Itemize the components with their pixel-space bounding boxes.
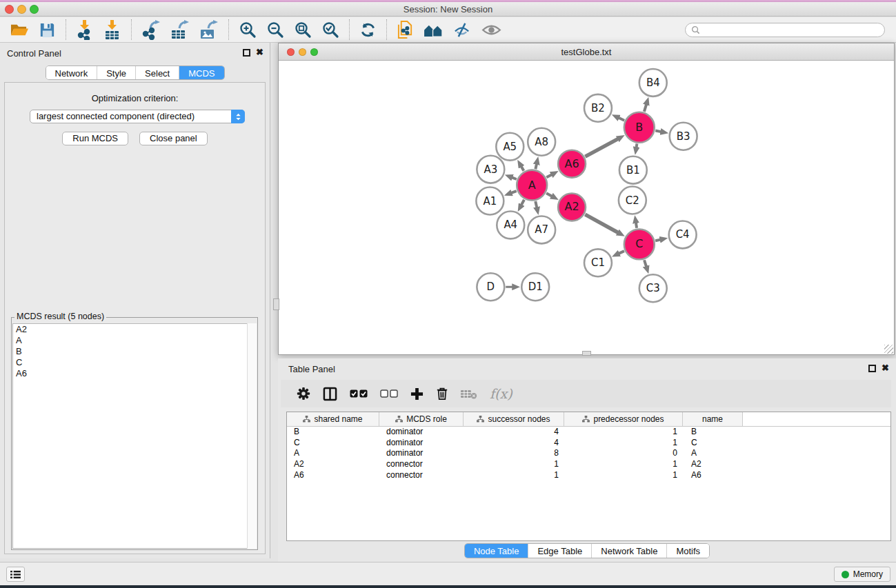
table-row-c[interactable]: Cdominator41C — [287, 438, 890, 449]
show-all-button[interactable] — [477, 18, 506, 41]
import-table-button[interactable] — [99, 18, 126, 41]
tab-network-table[interactable]: Network Table — [591, 544, 666, 558]
tab-motifs[interactable]: Motifs — [666, 544, 709, 558]
horizontal-split-grip[interactable] — [582, 351, 591, 356]
first-neighbors-button[interactable] — [419, 18, 448, 41]
unchecked-boxes-icon — [380, 389, 398, 398]
close-panel-button[interactable]: Close panel — [139, 132, 208, 145]
memory-button[interactable]: Memory — [834, 567, 890, 582]
control-panel-title: Control Panel — [7, 48, 61, 59]
network-canvas[interactable]: B4B2BB3A8A5A6B1A3AC2A1A2A4A7C4CC1DD1C3 — [279, 61, 894, 354]
table-row-b[interactable]: Bdominator41B — [287, 427, 890, 438]
column-header-name[interactable]: name — [683, 412, 743, 426]
show-task-history-button[interactable] — [6, 567, 25, 582]
list-icon — [10, 570, 21, 579]
delete-table-icon — [461, 389, 477, 399]
column-header-predecessor-nodes[interactable]: predecessor nodes — [564, 412, 683, 426]
table-settings-button[interactable] — [290, 387, 317, 401]
open-session-button[interactable] — [4, 18, 34, 41]
graph-node-B2[interactable]: B2 — [584, 94, 612, 122]
graph-node-C[interactable]: C — [624, 229, 655, 259]
minimize-traffic-light[interactable] — [299, 48, 306, 56]
close-panel-icon[interactable]: ✖ — [256, 47, 263, 58]
tab-mcds[interactable]: MCDS — [179, 66, 223, 79]
network-graph: B4B2BB3A8A5A6B1A3AC2A1A2A4A7C4CC1DD1C3 — [279, 61, 894, 354]
select-all-columns-button[interactable] — [344, 389, 374, 398]
graph-node-B3[interactable]: B3 — [670, 123, 697, 150]
tab-edge-table[interactable]: Edge Table — [528, 544, 591, 558]
delete-column-button[interactable] — [430, 387, 455, 401]
result-item-a2[interactable]: A2 — [13, 324, 256, 335]
criterion-dropdown[interactable]: largest connected component (directed) — [30, 110, 245, 123]
close-panel-icon[interactable]: ✖ — [882, 363, 889, 374]
graph-node-C4[interactable]: C4 — [669, 221, 697, 248]
graph-node-B1[interactable]: B1 — [619, 156, 647, 184]
table-cell: dominator — [379, 438, 464, 449]
zoom-in-button[interactable] — [234, 18, 261, 41]
import-network-button[interactable] — [71, 18, 99, 41]
tab-node-table[interactable]: Node Table — [465, 544, 528, 558]
tab-style[interactable]: Style — [97, 66, 135, 79]
graph-node-C3[interactable]: C3 — [639, 274, 667, 302]
minimize-traffic-light[interactable] — [17, 5, 26, 14]
table-row-a2[interactable]: A2connector11A2 — [287, 459, 890, 470]
vertical-split-grip[interactable] — [273, 298, 279, 310]
zoom-selected-button[interactable] — [317, 18, 344, 41]
export-image-button[interactable] — [195, 18, 223, 41]
zoom-fit-button[interactable] — [289, 18, 317, 41]
result-item-c[interactable]: C — [13, 357, 256, 368]
export-network-button[interactable] — [137, 18, 166, 41]
graph-node-A5[interactable]: A5 — [496, 133, 524, 161]
float-panel-icon[interactable] — [868, 365, 876, 372]
graph-node-A1[interactable]: A1 — [476, 187, 504, 215]
graph-node-A8[interactable]: A8 — [528, 128, 555, 156]
table-row-a6[interactable]: A6connector11A6 — [287, 470, 890, 481]
save-session-button[interactable] — [34, 18, 61, 41]
hide-selected-button[interactable] — [448, 18, 477, 41]
table-cell: connector — [379, 459, 464, 470]
show-column-panel-button[interactable] — [317, 387, 344, 401]
tab-network[interactable]: Network — [46, 66, 97, 79]
graph-node-B[interactable]: B — [624, 112, 655, 143]
graph-node-A6[interactable]: A6 — [558, 150, 586, 178]
network-search-input[interactable] — [704, 24, 884, 35]
graph-node-A3[interactable]: A3 — [477, 156, 504, 183]
unselect-all-columns-button[interactable] — [374, 389, 404, 398]
result-item-a6[interactable]: A6 — [13, 368, 256, 379]
table-row-a[interactable]: Adominator80A — [287, 448, 890, 459]
column-header-shared-name[interactable]: shared name — [287, 412, 379, 426]
graph-node-A7[interactable]: A7 — [528, 216, 555, 243]
graph-node-C2[interactable]: C2 — [619, 187, 646, 214]
create-column-button[interactable] — [404, 387, 430, 401]
close-traffic-light[interactable] — [287, 48, 295, 56]
zoom-traffic-light[interactable] — [30, 5, 39, 14]
close-traffic-light[interactable] — [5, 5, 14, 14]
table-cell: 1 — [564, 427, 683, 438]
result-item-b[interactable]: B — [13, 346, 256, 357]
svg-text:A2: A2 — [565, 200, 579, 213]
graph-node-B4[interactable]: B4 — [639, 69, 667, 97]
float-panel-icon[interactable] — [243, 49, 250, 57]
column-header-successor-nodes[interactable]: successor nodes — [464, 412, 564, 426]
export-table-button[interactable] — [166, 18, 195, 41]
column-header-label: successor nodes — [488, 414, 550, 424]
result-item-a[interactable]: A — [13, 335, 256, 346]
new-network-from-selection-button[interactable] — [392, 18, 419, 41]
graph-node-A[interactable]: A — [517, 170, 547, 201]
graph-node-A4[interactable]: A4 — [497, 211, 524, 239]
graph-node-C1[interactable]: C1 — [584, 249, 612, 276]
result-scrollbar[interactable] — [247, 323, 257, 549]
window-resize-grip[interactable] — [884, 345, 893, 354]
export-image-icon — [199, 19, 219, 40]
graph-node-D1[interactable]: D1 — [521, 273, 549, 301]
table-cell: A — [287, 448, 379, 459]
graph-node-A2[interactable]: A2 — [558, 194, 586, 221]
zoom-out-button[interactable] — [261, 18, 289, 41]
zoom-traffic-light[interactable] — [310, 48, 318, 56]
toolbar-separator — [386, 19, 387, 40]
tab-select[interactable]: Select — [135, 66, 179, 79]
apply-layout-button[interactable] — [355, 18, 381, 41]
graph-node-D[interactable]: D — [477, 273, 504, 301]
run-mcds-button[interactable]: Run MCDS — [62, 132, 128, 145]
column-header-mcds-role[interactable]: MCDS role — [379, 412, 464, 426]
